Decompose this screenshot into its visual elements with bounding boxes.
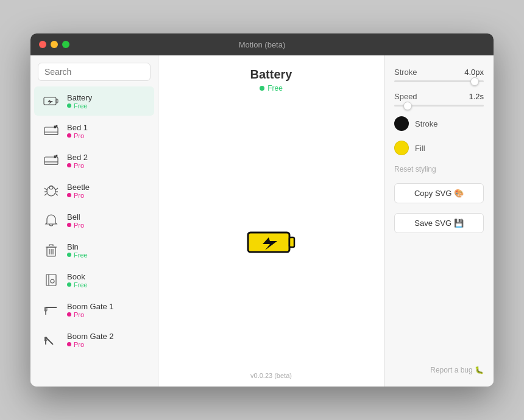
stroke-value: 4.0px bbox=[464, 68, 484, 77]
bed2-info: Bed 2Pro bbox=[67, 153, 88, 169]
speed-slider-track[interactable] bbox=[394, 105, 484, 107]
bin-badge-dot bbox=[67, 253, 71, 257]
battery-name: Battery bbox=[67, 93, 92, 102]
svg-line-15 bbox=[55, 194, 58, 195]
bed1-name: Bed 1 bbox=[67, 123, 88, 132]
stroke-color-swatch[interactable] bbox=[394, 116, 409, 131]
boomgate2-badge: Pro bbox=[67, 341, 114, 348]
window-title: Motion (beta) bbox=[239, 40, 286, 49]
bin-name: Bin bbox=[67, 242, 88, 251]
fill-color-row: Fill bbox=[394, 141, 484, 155]
boomgate2-badge-text: Pro bbox=[74, 341, 84, 348]
book-badge-dot bbox=[67, 282, 71, 287]
sidebar-item-bin[interactable]: BinFree bbox=[34, 236, 154, 265]
bed1-info: Bed 1Pro bbox=[67, 123, 88, 139]
book-name: Book bbox=[67, 272, 88, 281]
reset-styling-button[interactable]: Reset styling bbox=[394, 165, 484, 173]
stroke-color-row: Stroke bbox=[394, 116, 484, 131]
speed-property: Speed 1.2s bbox=[394, 92, 484, 107]
sidebar-item-bed1[interactable]: zzBed 1Pro bbox=[34, 116, 154, 145]
sidebar-item-bell[interactable]: BellPro bbox=[34, 206, 154, 235]
beetle-info: BeetlePro bbox=[67, 183, 90, 199]
svg-line-12 bbox=[44, 194, 47, 195]
svg-line-13 bbox=[55, 188, 58, 190]
battery-preview-icon bbox=[247, 229, 296, 256]
battery-badge-text: Free bbox=[74, 102, 88, 110]
boomgate1-badge-dot bbox=[67, 312, 71, 317]
center-panel: Battery Free v0.0.23 (beta) bbox=[158, 55, 384, 387]
speed-value: 1.2s bbox=[469, 92, 484, 101]
free-badge-dot bbox=[260, 86, 264, 91]
copy-svg-button[interactable]: Copy SVG 🎨 bbox=[394, 183, 484, 203]
save-svg-button[interactable]: Save SVG 💾 bbox=[394, 213, 484, 233]
boomgate2-icon bbox=[41, 330, 61, 349]
center-badge-label: Free bbox=[267, 84, 283, 93]
boomgate1-badge-text: Pro bbox=[74, 311, 84, 318]
bed2-name: Bed 2 bbox=[67, 153, 88, 162]
battery-icon bbox=[41, 91, 61, 111]
bed1-badge-text: Pro bbox=[74, 132, 84, 139]
bed2-badge: Pro bbox=[67, 162, 88, 169]
beetle-name: Beetle bbox=[67, 183, 90, 192]
bell-name: Bell bbox=[67, 212, 84, 222]
maximize-button[interactable] bbox=[62, 41, 69, 48]
center-badge: Free bbox=[250, 84, 292, 93]
beetle-badge-text: Pro bbox=[74, 192, 84, 199]
svg-rect-32 bbox=[289, 237, 294, 247]
main-content: BatteryFreezzBed 1ProzzBed 2ProBeetlePro… bbox=[30, 55, 494, 387]
stroke-property: Stroke 4.0px bbox=[394, 68, 484, 82]
beetle-icon bbox=[41, 181, 61, 200]
report-bug-button[interactable]: Report a bug 🐛 bbox=[394, 366, 484, 374]
book-icon bbox=[41, 270, 61, 290]
sidebar-item-boomgate2[interactable]: Boom Gate 2Pro bbox=[34, 325, 154, 354]
boomgate1-info: Boom Gate 1Pro bbox=[67, 302, 114, 318]
sidebar-item-book[interactable]: BookFree bbox=[34, 265, 154, 295]
book-badge-text: Free bbox=[74, 281, 88, 289]
fill-color-label: Fill bbox=[415, 144, 425, 153]
boomgate2-name: Boom Gate 2 bbox=[67, 332, 114, 341]
speed-label-row: Speed 1.2s bbox=[394, 92, 484, 101]
bell-info: BellPro bbox=[67, 212, 84, 229]
right-panel: Stroke 4.0px Speed 1.2s bbox=[384, 55, 494, 387]
search-input[interactable] bbox=[38, 63, 150, 81]
boomgate1-badge: Pro bbox=[67, 311, 114, 318]
bin-icon bbox=[41, 240, 61, 260]
preview-area bbox=[247, 97, 296, 387]
bin-badge-text: Free bbox=[74, 251, 88, 259]
fill-color-swatch[interactable] bbox=[394, 141, 409, 155]
bin-info: BinFree bbox=[67, 242, 88, 259]
stroke-color-label: Stroke bbox=[415, 119, 438, 128]
battery-info: BatteryFree bbox=[67, 93, 92, 110]
speed-slider-thumb[interactable] bbox=[403, 102, 412, 110]
sidebar-item-boomgate1[interactable]: Boom Gate 1Pro bbox=[34, 295, 154, 324]
svg-rect-1 bbox=[56, 99, 58, 103]
bell-badge-dot bbox=[67, 223, 71, 227]
boomgate1-icon bbox=[41, 300, 61, 320]
beetle-badge: Pro bbox=[67, 192, 90, 199]
center-header: Battery Free bbox=[250, 55, 292, 97]
stroke-label: Stroke bbox=[394, 68, 417, 77]
svg-line-10 bbox=[44, 188, 47, 190]
svg-text:z: z bbox=[56, 124, 57, 127]
book-info: BookFree bbox=[67, 272, 88, 289]
minimize-button[interactable] bbox=[51, 41, 58, 48]
battery-badge: Free bbox=[67, 102, 92, 110]
stroke-slider-thumb[interactable] bbox=[470, 77, 479, 86]
sidebar: BatteryFreezzBed 1ProzzBed 2ProBeetlePro… bbox=[30, 55, 158, 387]
stroke-slider-track[interactable] bbox=[394, 80, 484, 82]
sidebar-item-battery[interactable]: BatteryFree bbox=[34, 86, 154, 116]
bed2-badge-dot bbox=[67, 163, 71, 167]
bed1-icon: zz bbox=[41, 121, 61, 141]
beetle-badge-dot bbox=[67, 193, 71, 197]
stroke-label-row: Stroke 4.0px bbox=[394, 68, 484, 77]
titlebar: Motion (beta) bbox=[30, 33, 494, 55]
search-container bbox=[30, 55, 158, 86]
bell-badge-text: Pro bbox=[74, 222, 84, 229]
close-button[interactable] bbox=[39, 41, 46, 48]
bell-icon bbox=[41, 211, 61, 230]
sidebar-item-bed2[interactable]: zzBed 2Pro bbox=[34, 146, 154, 175]
speed-label: Speed bbox=[394, 92, 417, 101]
boomgate1-name: Boom Gate 1 bbox=[67, 302, 114, 311]
sidebar-item-beetle[interactable]: BeetlePro bbox=[34, 176, 154, 205]
icon-title: Battery bbox=[250, 68, 292, 82]
